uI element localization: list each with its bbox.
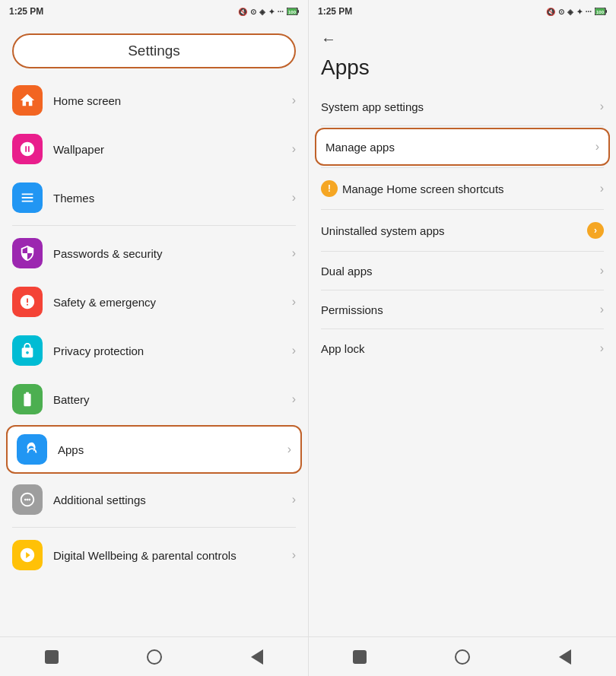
uninstalled-label: Uninstalled system apps bbox=[321, 224, 583, 237]
nav-triangle-icon-left bbox=[251, 649, 263, 665]
badge-dot-right: › bbox=[587, 222, 604, 239]
additional-chevron: › bbox=[292, 493, 296, 506]
wallpaper-label: Wallpaper bbox=[53, 143, 292, 156]
settings-item-themes[interactable]: Themes › bbox=[0, 173, 308, 222]
left-panel: 1:25 PM 🔇 ⊙ ◈ ✦ ··· 100 Settings Home sc… bbox=[0, 0, 308, 676]
app-lock-label: App lock bbox=[321, 342, 600, 355]
settings-item-digital[interactable]: Digital Wellbeing & parental controls › bbox=[0, 531, 308, 579]
settings-item-privacy[interactable]: Privacy protection › bbox=[0, 326, 308, 375]
svg-text:100: 100 bbox=[288, 10, 297, 14]
svg-point-6 bbox=[28, 499, 30, 501]
passwords-label: Passwords & security bbox=[53, 247, 292, 260]
system-app-settings-label: System app settings bbox=[321, 100, 600, 113]
privacy-label: Privacy protection bbox=[53, 344, 292, 357]
apps-item-manage-apps[interactable]: Manage apps › bbox=[315, 128, 610, 166]
nav-square-icon-left bbox=[45, 650, 59, 664]
passwords-icon bbox=[12, 238, 43, 268]
status-bar-left: 1:25 PM 🔇 ⊙ ◈ ✦ ··· 100 bbox=[0, 0, 308, 23]
apps-item-uninstalled[interactable]: Uninstalled system apps › bbox=[309, 210, 616, 251]
digital-label: Digital Wellbeing & parental controls bbox=[53, 549, 292, 562]
apps-list: System app settings › Manage apps › ! Ma… bbox=[309, 87, 616, 636]
nav-recent-left[interactable] bbox=[41, 646, 62, 668]
status-bar-right: 1:25 PM 🔇 ⊙ ◈ ✦ ··· 100 bbox=[309, 0, 616, 23]
settings-title: Settings bbox=[12, 33, 296, 68]
settings-item-battery[interactable]: Battery › bbox=[0, 375, 308, 424]
apps-item-permissions[interactable]: Permissions › bbox=[309, 290, 616, 328]
right-panel: 1:25 PM 🔇 ⊙ ◈ ✦ ··· 100 ← Apps System ap… bbox=[308, 0, 616, 676]
settings-item-safety[interactable]: Safety & emergency › bbox=[0, 278, 308, 326]
settings-item-passwords[interactable]: Passwords & security › bbox=[0, 229, 308, 278]
safety-icon bbox=[12, 287, 43, 317]
wallpaper-icon bbox=[12, 134, 43, 164]
svg-point-4 bbox=[24, 499, 27, 501]
manage-apps-label: Manage apps bbox=[325, 141, 595, 154]
app-lock-chevron: › bbox=[600, 341, 604, 355]
dual-apps-label: Dual apps bbox=[321, 265, 600, 278]
wallpaper-chevron: › bbox=[292, 142, 296, 156]
battery-chevron: › bbox=[292, 392, 296, 406]
settings-item-home-screen[interactable]: Home screen › bbox=[0, 76, 308, 125]
divider-1 bbox=[12, 225, 296, 226]
home-screen-label: Home screen bbox=[53, 94, 292, 107]
dual-apps-chevron: › bbox=[600, 264, 604, 278]
settings-item-wallpaper[interactable]: Wallpaper › bbox=[0, 125, 308, 173]
apps-icon bbox=[17, 434, 47, 465]
home-screen-chevron: › bbox=[292, 94, 296, 107]
permissions-chevron: › bbox=[600, 303, 604, 316]
settings-list: Home screen › Wallpaper › Themes › Passw… bbox=[0, 76, 308, 636]
permissions-label: Permissions bbox=[321, 303, 600, 316]
manage-home-label: Manage Home screen shortcuts bbox=[342, 182, 600, 195]
apps-divider-0 bbox=[321, 125, 604, 126]
safety-chevron: › bbox=[292, 295, 296, 309]
back-button[interactable]: ← bbox=[321, 30, 336, 48]
passwords-chevron: › bbox=[292, 246, 296, 260]
nav-bar-right bbox=[309, 636, 616, 676]
svg-point-5 bbox=[27, 499, 29, 501]
svg-text:100: 100 bbox=[596, 10, 605, 14]
additional-icon bbox=[12, 484, 43, 515]
nav-square-icon-right bbox=[353, 650, 367, 664]
home-screen-icon bbox=[12, 85, 43, 116]
svg-rect-9 bbox=[605, 10, 607, 13]
apps-item-manage-home[interactable]: ! Manage Home screen shortcuts › bbox=[309, 168, 616, 209]
status-time-right: 1:25 PM bbox=[318, 6, 352, 17]
themes-icon bbox=[12, 182, 43, 213]
nav-back-left[interactable] bbox=[246, 646, 268, 668]
nav-back-right[interactable] bbox=[554, 646, 576, 668]
apps-label: Apps bbox=[58, 443, 287, 456]
battery-status-left: 100 bbox=[287, 8, 299, 15]
settings-header: Settings bbox=[0, 23, 308, 76]
battery-label: Battery bbox=[53, 393, 292, 406]
nav-home-left[interactable] bbox=[144, 646, 165, 668]
manage-apps-chevron: › bbox=[595, 140, 599, 154]
divider-2 bbox=[12, 527, 296, 528]
safety-label: Safety & emergency bbox=[53, 296, 292, 309]
battery-icon-item bbox=[12, 384, 43, 414]
nav-home-right[interactable] bbox=[452, 646, 473, 668]
digital-icon bbox=[12, 540, 43, 570]
apps-back-header: ← bbox=[309, 23, 616, 52]
apps-item-system-app-settings[interactable]: System app settings › bbox=[309, 87, 616, 125]
nav-bar-left bbox=[0, 636, 308, 676]
manage-home-chevron: › bbox=[600, 182, 604, 195]
badge-dot-left: ! bbox=[321, 180, 338, 197]
additional-label: Additional settings bbox=[53, 494, 292, 506]
svg-rect-2 bbox=[297, 10, 299, 13]
settings-item-additional[interactable]: Additional settings › bbox=[0, 475, 308, 524]
nav-circle-icon-right bbox=[455, 649, 470, 665]
apps-chevron: › bbox=[287, 443, 291, 456]
status-icons-right: 🔇 ⊙ ◈ ✦ ··· 100 bbox=[546, 8, 607, 16]
apps-item-app-lock[interactable]: App lock › bbox=[309, 329, 616, 367]
settings-item-apps[interactable]: Apps › bbox=[6, 425, 302, 474]
status-icons-left: 🔇 ⊙ ◈ ✦ ··· 100 bbox=[238, 8, 299, 16]
nav-triangle-icon-right bbox=[559, 649, 571, 665]
battery-status-right: 100 bbox=[595, 8, 607, 15]
digital-chevron: › bbox=[292, 548, 296, 562]
themes-label: Themes bbox=[53, 192, 292, 205]
nav-recent-right[interactable] bbox=[349, 646, 370, 668]
privacy-chevron: › bbox=[292, 344, 296, 357]
apps-item-dual-apps[interactable]: Dual apps › bbox=[309, 252, 616, 290]
status-time-left: 1:25 PM bbox=[9, 6, 43, 17]
themes-chevron: › bbox=[292, 191, 296, 205]
nav-circle-icon-left bbox=[147, 649, 162, 665]
